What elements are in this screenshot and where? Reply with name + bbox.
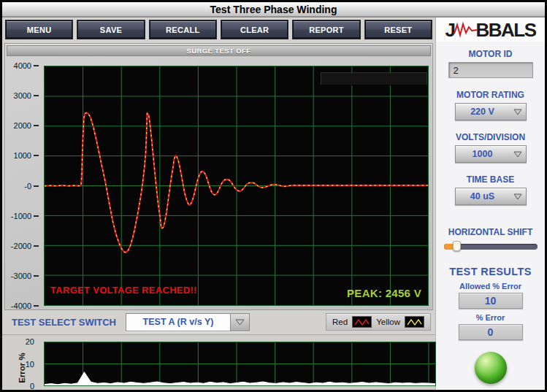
time-base-select[interactable]: 40 uS — [455, 188, 527, 205]
dropdown-arrow-icon[interactable] — [510, 188, 526, 204]
motor-rating-label: MOTOR RATING — [456, 90, 524, 100]
volts-division-label: VOLTS/DIVISION — [456, 132, 525, 142]
voltage-tick: -2000 — [11, 242, 39, 250]
toolbar-button-report[interactable]: REPORT — [293, 20, 359, 39]
voltage-tick: 1000 — [14, 151, 39, 160]
tick-mark-icon — [34, 65, 39, 66]
surge-scope-panel: SURGE TEST OFF 4000300020001000-0-1000-2… — [4, 43, 433, 310]
tick-mark-icon — [34, 155, 39, 156]
volts-division-select[interactable]: 1000 — [455, 145, 527, 163]
voltage-tick: -4000 — [11, 301, 39, 310]
allowed-error-value: 10 — [459, 293, 523, 309]
page-title: Test Three Phase Winding — [210, 4, 337, 15]
motor-rating-value: 220 V — [456, 107, 510, 117]
test-select-value: TEST A (R v/s Y) — [126, 314, 230, 331]
toolbar-button-reset[interactable]: RESET — [365, 20, 432, 39]
brand-logo: J BBALS — [436, 18, 545, 42]
error-percent-plot — [44, 342, 436, 386]
legend-item-red[interactable]: Red — [332, 316, 372, 328]
error-tick: 20 — [26, 337, 34, 346]
tick-mark-icon — [34, 275, 39, 277]
voltage-axis: 4000300020001000-0-1000-2000-3000-4000 — [5, 66, 42, 306]
slider-handle[interactable] — [453, 241, 461, 251]
waveform-swatch-icon — [405, 316, 424, 328]
dropdown-arrow-icon[interactable] — [510, 146, 526, 162]
percent-error-value: 0 — [459, 324, 523, 340]
voltage-tick: 3000 — [14, 91, 39, 100]
peak-voltage-readout: PEAK: 2456 V — [347, 287, 421, 299]
error-chart-panel: Error % 20100 — [2, 334, 435, 391]
percent-error-label: % Error — [476, 313, 505, 322]
toolbar-button-recall[interactable]: RECALL — [150, 20, 216, 39]
voltage-tick: -0 — [24, 182, 39, 191]
tick-mark-icon — [34, 95, 39, 96]
surge-waveform-plot: TARGET VOLTAGE REACHED!! PEAK: 2456 V — [44, 66, 429, 306]
motor-id-input[interactable] — [448, 62, 533, 78]
pass-status-led — [475, 352, 507, 384]
target-voltage-warning: TARGET VOLTAGE REACHED!! — [50, 285, 197, 296]
control-strip: TEST SELECT SWITCH TEST A (R v/s Y) RedY… — [2, 310, 435, 334]
title-bar: Test Three Phase Winding — [2, 2, 545, 18]
motor-id-label: MOTOR ID — [469, 49, 513, 59]
waveform-chart — [45, 66, 428, 305]
time-base-label: TIME BASE — [467, 174, 514, 185]
horizontal-shift-slider[interactable] — [444, 244, 538, 250]
legend-label: Yellow — [376, 318, 400, 326]
tick-mark-icon — [34, 245, 39, 247]
surge-status-text: SURGE TEST OFF — [187, 47, 251, 55]
toolbar-button-clear[interactable]: CLEAR — [221, 20, 288, 39]
brand-text-suffix: BBALS — [475, 20, 535, 39]
volts-division-value: 1000 — [456, 149, 510, 159]
dropdown-arrow-icon[interactable] — [230, 314, 249, 331]
toolbar-button-menu[interactable]: MENU — [6, 20, 72, 39]
voltage-tick: 2000 — [14, 121, 39, 130]
app-window: Test Three Phase Winding MENUSAVERECALLC… — [0, 0, 547, 392]
tick-mark-icon — [34, 185, 39, 187]
trace-legend: RedYellow — [326, 313, 431, 331]
legend-item-yellow[interactable]: Yellow — [376, 316, 424, 328]
toolbar: MENUSAVERECALLCLEARREPORTRESET — [2, 18, 435, 42]
allowed-error-label: Allowed % Error — [459, 282, 521, 291]
test-select-label: TEST SELECT SWITCH — [12, 317, 116, 328]
voltage-tick: -3000 — [11, 272, 39, 280]
error-tick: 0 — [30, 382, 34, 391]
test-results-title: TEST RESULTS — [449, 266, 531, 277]
legend-label: Red — [332, 318, 348, 326]
test-select-dropdown[interactable]: TEST A (R v/s Y) — [126, 313, 250, 331]
motor-rating-select[interactable]: 220 V — [455, 103, 527, 120]
toolbar-button-save[interactable]: SAVE — [77, 20, 144, 39]
dropdown-arrow-icon[interactable] — [510, 104, 526, 120]
brand-waveform-icon — [453, 21, 478, 39]
tick-mark-icon — [34, 125, 39, 126]
error-chart — [45, 342, 435, 385]
tick-mark-icon — [34, 215, 39, 217]
plot-inset-box — [321, 72, 427, 85]
horizontal-shift-label: HORIZONTAL SHIFT — [448, 227, 533, 237]
tick-mark-icon — [34, 305, 39, 307]
main-area: MENUSAVERECALLCLEARREPORTRESET SURGE TES… — [2, 18, 435, 391]
time-base-value: 40 uS — [456, 191, 510, 201]
surge-status-banner: SURGE TEST OFF — [7, 45, 431, 56]
waveform-swatch-icon — [352, 316, 372, 328]
voltage-tick: 4000 — [14, 61, 39, 70]
settings-panel: J BBALS MOTOR ID MOTOR RATING 220 V VOLT… — [435, 18, 545, 391]
voltage-tick: -1000 — [11, 212, 39, 220]
error-tick: 10 — [26, 360, 34, 369]
